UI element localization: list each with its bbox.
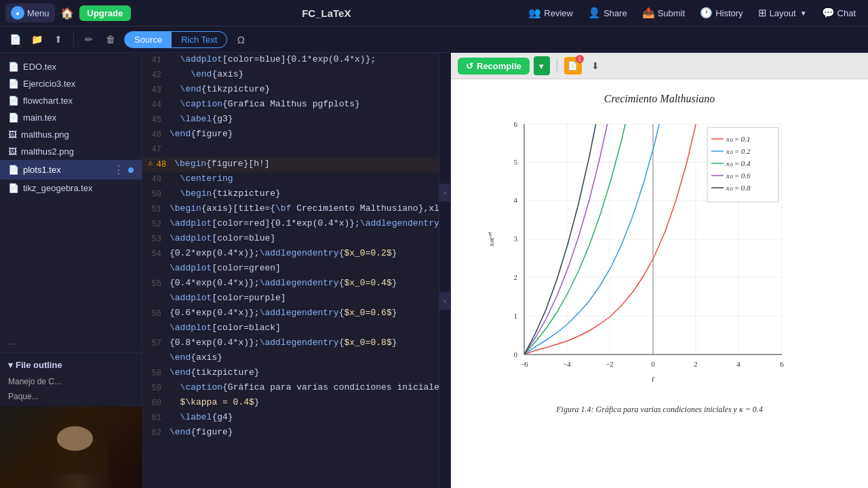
editor-line[interactable]: 54{0.2*exp(0.4*x)};\addlegendentry{$x_0=… bbox=[142, 247, 439, 262]
more-options-icon[interactable]: ⋮ bbox=[113, 163, 124, 176]
more-files-button[interactable]: ··· bbox=[0, 335, 142, 352]
editor-line[interactable]: 58\end{tikzpicture} bbox=[142, 366, 439, 381]
editor-line[interactable]: 47 bbox=[142, 142, 439, 157]
panel-divider[interactable]: › ‹ bbox=[439, 53, 451, 488]
topbar: ● Menu 🏠 Upgrade FC_LaTeX 👥 Review 👤 Sha… bbox=[0, 0, 868, 26]
preview-download-icon[interactable]: 1 📄 bbox=[564, 57, 582, 75]
share-button[interactable]: 👤 Share bbox=[581, 4, 634, 22]
topbar-actions: 👥 Review 👤 Share 📤 Submit 🕐 History ⊞ La… bbox=[521, 4, 863, 22]
preview-toolbar: ↺ Recompile ▾ 1 📄 ⬇ bbox=[451, 53, 868, 79]
menu-button[interactable]: ● Menu bbox=[5, 3, 55, 22]
pencil-icon[interactable]: ✏ bbox=[79, 30, 98, 49]
editor-line[interactable]: 53\addplot[color=blue] bbox=[142, 232, 439, 247]
layout-button[interactable]: ⊞ Layout ▼ bbox=[751, 4, 814, 22]
line-content: \addplot[color=blue] bbox=[170, 232, 439, 246]
editor-line[interactable]: 62\end{figure} bbox=[142, 426, 439, 441]
file-type-icon: 📄 bbox=[8, 183, 19, 193]
recompile-button[interactable]: ↺ Recompile bbox=[458, 58, 530, 75]
expand-left-button[interactable]: ‹ bbox=[439, 292, 451, 310]
line-content: \end{tikzpicture} bbox=[170, 83, 439, 97]
history-icon: 🕐 bbox=[700, 7, 713, 19]
line-content: $\kappa = 0.4$} bbox=[170, 396, 439, 410]
file-outline-toggle[interactable]: ▾ File outline bbox=[0, 356, 142, 374]
editor-line[interactable]: 50 \begin{tikzpicture} bbox=[142, 187, 439, 202]
file-type-icon: 📄 bbox=[8, 113, 19, 123]
file-outline-section: ▾ File outline Manejo de C... Paque... bbox=[0, 352, 142, 407]
history-button[interactable]: 🕐 History bbox=[693, 4, 749, 22]
editor-line[interactable]: \addplot[color=green] bbox=[142, 262, 439, 277]
line-number: 55 bbox=[148, 277, 170, 291]
file-item-name: plots1.tex bbox=[23, 165, 109, 175]
file-item-name: EDO.tex bbox=[23, 62, 134, 72]
new-file-button[interactable]: 📄 bbox=[5, 30, 24, 49]
file-actions: 📄 📁 ⬆ ✏ 🗑 bbox=[5, 30, 120, 49]
line-number: 52 bbox=[148, 217, 170, 231]
home-button[interactable]: 🏠 bbox=[58, 3, 77, 22]
upgrade-button[interactable]: Upgrade bbox=[79, 5, 132, 21]
svg-text:−4: −4 bbox=[563, 360, 571, 368]
editor-line[interactable]: 52\addplot[color=red]{0.1*exp(0.4*x)};\a… bbox=[142, 217, 439, 232]
recompile-dropdown-button[interactable]: ▾ bbox=[534, 56, 550, 75]
line-content: {0.4*exp(0.4*x)};\addlegendentry{$x_0=0.… bbox=[170, 277, 439, 291]
svg-text:−2: −2 bbox=[606, 360, 614, 368]
file-type-icon: 📄 bbox=[8, 165, 19, 175]
trash-icon[interactable]: 🗑 bbox=[101, 30, 120, 49]
editor-line[interactable]: 55{0.4*exp(0.4*x)};\addlegendentry{$x_0=… bbox=[142, 277, 439, 291]
secondbar: 📄 📁 ⬆ ✏ 🗑 Source Rich Text Ω bbox=[0, 26, 868, 53]
line-number: 42 bbox=[148, 68, 170, 82]
editor-line[interactable]: 43 \end{tikzpicture} bbox=[142, 83, 439, 98]
sidebar-item-Ejercicio3tex[interactable]: 📄 Ejercicio3.tex bbox=[0, 75, 142, 92]
line-content: \addplot[color=blue]{0.1*exp(0.4*x)}; bbox=[170, 53, 439, 67]
layout-icon: ⊞ bbox=[758, 7, 767, 19]
editor-line[interactable]: \addplot[color=purple] bbox=[142, 291, 439, 306]
editor-line[interactable]: 49 \centering bbox=[142, 172, 439, 187]
outline-item-paque[interactable]: Paque... bbox=[0, 389, 142, 404]
sidebar-item-EDOtex[interactable]: 📄 EDO.tex bbox=[0, 58, 142, 75]
outline-item-manejo[interactable]: Manejo de C... bbox=[0, 374, 142, 389]
line-number: 41 bbox=[148, 53, 170, 67]
editor-line[interactable]: ⚠48\begin{figure}[h!] bbox=[142, 157, 439, 172]
editor-line[interactable]: 45 \label{g3} bbox=[142, 113, 439, 127]
app-icon: ● bbox=[11, 6, 24, 20]
editor-line[interactable]: 56{0.6*exp(0.4*x)};\addlegendentry{$x_0=… bbox=[142, 306, 439, 321]
sidebar-item-malthuspng[interactable]: 🖼 malthus.png bbox=[0, 126, 142, 143]
file-type-icon: 📄 bbox=[8, 96, 19, 106]
editor-line[interactable]: 41 \addplot[color=blue]{0.1*exp(0.4*x)}; bbox=[142, 53, 439, 68]
sidebar-item-flowcharttex[interactable]: 📄 flowchart.tex bbox=[0, 92, 142, 109]
editor-line[interactable]: 57{0.8*exp(0.4*x)};\addlegendentry{$x_0=… bbox=[142, 336, 439, 351]
svg-text:4: 4 bbox=[513, 196, 517, 204]
source-button[interactable]: Source bbox=[125, 32, 172, 47]
line-number: 50 bbox=[148, 187, 170, 201]
review-button[interactable]: 👥 Review bbox=[521, 4, 580, 22]
chevron-down-icon: ▼ bbox=[800, 9, 807, 17]
submit-button[interactable]: 📤 Submit bbox=[635, 4, 692, 22]
editor-line[interactable]: 46\end{figure} bbox=[142, 127, 439, 142]
omega-button[interactable]: Ω bbox=[231, 30, 250, 49]
sidebar-item-malthus2png[interactable]: 🖼 malthus2.png bbox=[0, 143, 142, 160]
editor-line[interactable]: 60 $\kappa = 0.4$} bbox=[142, 396, 439, 411]
preview-save-icon[interactable]: ⬇ bbox=[586, 56, 605, 75]
line-number: 47 bbox=[148, 142, 170, 157]
upload-button[interactable]: ⬆ bbox=[49, 30, 68, 49]
editor-line[interactable]: \addplot[color=black] bbox=[142, 321, 439, 336]
editor-line[interactable]: 61 \label{g4} bbox=[142, 411, 439, 426]
editor-lines[interactable]: 41 \addplot[color=blue]{0.1*exp(0.4*x)};… bbox=[142, 53, 439, 488]
sidebar-item-maintex[interactable]: 📄 main.tex bbox=[0, 109, 142, 126]
editor-line[interactable]: 51\begin{axis}[title={\bf Crecimiento Ma… bbox=[142, 202, 439, 217]
editor-line[interactable]: 44 \caption{Grafica Malthus pgfplots} bbox=[142, 98, 439, 113]
collapse-right-button[interactable]: › bbox=[439, 184, 451, 201]
chat-button[interactable]: 💬 Chat bbox=[815, 4, 863, 22]
review-icon: 👥 bbox=[528, 7, 541, 19]
editor-line[interactable]: \end{axis} bbox=[142, 351, 439, 366]
line-number: 45 bbox=[148, 113, 170, 127]
sidebar-item-plots1tex[interactable]: 📄 plots1.tex⋮ bbox=[0, 160, 142, 180]
new-folder-button[interactable]: 📁 bbox=[27, 30, 46, 49]
editor-line[interactable]: 59 \caption{Gráfica para varias condicio… bbox=[142, 381, 439, 396]
main-content: 📄 EDO.tex📄 Ejercicio3.tex📄 flowchart.tex… bbox=[0, 53, 868, 488]
line-number: 43 bbox=[148, 83, 170, 97]
editor-line[interactable]: 42 \end{axis} bbox=[142, 68, 439, 83]
line-number: 44 bbox=[148, 98, 170, 112]
richtext-button[interactable]: Rich Text bbox=[172, 32, 226, 47]
sidebar-item-tikz_geogebratex[interactable]: 📄 tikz_geogebra.tex bbox=[0, 180, 142, 197]
code-editor: 41 \addplot[color=blue]{0.1*exp(0.4*x)};… bbox=[142, 53, 439, 488]
